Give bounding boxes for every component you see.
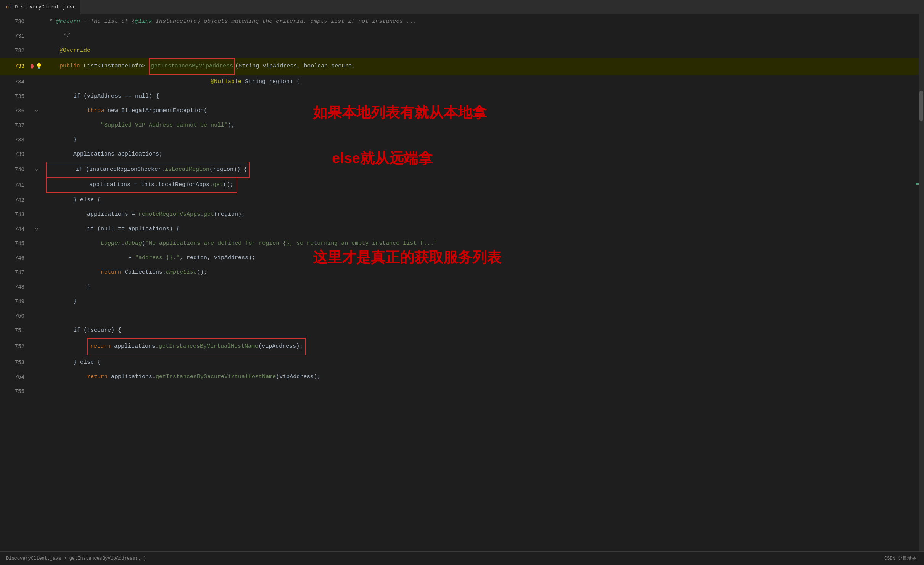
gutter-742 <box>31 193 43 207</box>
line-number-754: 754 <box>0 370 31 384</box>
gutter-753 <box>31 355 43 370</box>
line-number-731: 731 <box>0 29 31 43</box>
scrollbar-thumb[interactable] <box>919 91 923 121</box>
line-content-751: if (!secure) { <box>43 323 924 338</box>
gutter-747 <box>31 265 43 280</box>
code-line-747: 747 return Collections.emptyList(); <box>0 265 924 280</box>
line-content-749: } <box>43 294 924 309</box>
gutter-751 <box>31 323 43 338</box>
line-number-735: 735 <box>0 89 31 104</box>
code-line-730: 730 * @return - The list of {@link Insta… <box>0 14 924 29</box>
line-content-747: return Collections.emptyList(); <box>43 265 924 280</box>
editor-container: c: DiscoveryClient.java 730 * @return - … <box>0 0 924 565</box>
line-content-741: applications = this.localRegionApps.get(… <box>43 178 924 193</box>
line-number-732: 732 <box>0 43 31 58</box>
code-line-746: 746 + "address {}.", region, vipAddress)… <box>0 251 924 265</box>
line-content-734: @Nullable String region) { <box>43 75 924 89</box>
code-line-748: 748 } <box>0 280 924 294</box>
bottom-bar: DiscoveryClient.java > getInstancesByVip… <box>0 551 924 565</box>
fold-icon-744[interactable]: ▽ <box>35 226 38 232</box>
comment-close: */ <box>46 29 70 43</box>
line-content-754: return applications.getInstancesBySecure… <box>43 370 924 384</box>
line-number-733: 733 <box>0 58 31 75</box>
code-line-749: 749 } <box>0 294 924 309</box>
line-number-739: 739 <box>0 147 31 162</box>
line-content-737: "Supplied VIP Address cannot be null"); <box>43 118 924 133</box>
code-line-731: 731 */ <box>0 29 924 43</box>
line-content-733: public List<InstanceInfo> getInstancesBy… <box>43 58 924 75</box>
line-number-738: 738 <box>0 133 31 147</box>
line-content-745: Logger.debug("No applications are define… <box>43 236 924 251</box>
gutter-744: ▽ <box>31 222 43 236</box>
code-line-745: 745 Logger.debug("No applications are de… <box>0 236 924 251</box>
line-content-753: } else { <box>43 355 924 370</box>
gutter-746 <box>31 251 43 265</box>
gutter-736: ▽ <box>31 104 43 118</box>
bottom-label: DiscoveryClient.java > getInstancesByVip… <box>6 556 146 561</box>
line-content-736: throw new IllegalArgumentException( <box>43 104 924 118</box>
lightbulb-icon[interactable]: 💡 <box>35 63 43 70</box>
if-block-box: if (instanceRegionChecker.isLocalRegion(… <box>46 162 250 178</box>
gutter-738 <box>31 133 43 147</box>
code-line-744: 744 ▽ if (null == applications) { <box>0 222 924 236</box>
code-line-741: 741 applications = this.localRegionApps.… <box>0 178 924 193</box>
line-number-743: 743 <box>0 207 31 222</box>
line-number-752: 752 <box>0 338 31 355</box>
line-number-734: 734 <box>0 75 31 89</box>
line-content-732: @Override <box>43 43 924 58</box>
code-line-736: 736 ▽ throw new IllegalArgumentException… <box>0 104 924 118</box>
override-annotation: @Override <box>46 43 90 58</box>
code-line-735: 735 if (vipAddress == null) { <box>0 89 924 104</box>
line-number-749: 749 <box>0 294 31 309</box>
line-content-744: if (null == applications) { <box>43 222 924 236</box>
code-line-734: 734 @Nullable String region) { <box>0 75 924 89</box>
gutter-733: 💡 <box>31 58 43 75</box>
line-number-740: 740 <box>0 162 31 178</box>
gutter-735 <box>31 89 43 104</box>
line-number-741: 741 <box>0 178 31 193</box>
gutter-754 <box>31 370 43 384</box>
line-content-739: Applications applications; <box>43 147 924 162</box>
file-tab[interactable]: c: DiscoveryClient.java <box>0 0 80 14</box>
line-content-743: applications = remoteRegionVsApps.get(re… <box>43 207 924 222</box>
line-content-730: * @return - The list of {@link InstanceI… <box>43 14 924 29</box>
gutter-755 <box>31 384 43 399</box>
gutter-741 <box>31 178 43 193</box>
code-line-753: 753 } else { <box>0 355 924 370</box>
line-number-751: 751 <box>0 323 31 338</box>
method-name-box: getInstancesByVipAddress <box>149 58 235 75</box>
code-line-732: 732 @Override <box>0 43 924 58</box>
fold-icon-740[interactable]: ▽ <box>35 167 38 173</box>
line-number-748: 748 <box>0 280 31 294</box>
gutter-749 <box>31 294 43 309</box>
java-file-icon: c: <box>6 5 11 10</box>
local-region-apps-box: applications = this.localRegionApps.get(… <box>46 178 237 193</box>
code-line-738: 738 } <box>0 133 924 147</box>
gutter-734 <box>31 75 43 89</box>
line-content-742: } else { <box>43 193 924 207</box>
gutter-750 <box>31 309 43 323</box>
gutter-740: ▽ <box>31 162 43 178</box>
fold-icon-736[interactable]: ▽ <box>35 108 38 114</box>
scrollbar[interactable] <box>919 14 924 565</box>
line-content-752: return applications.getInstancesByVirtua… <box>43 338 924 355</box>
line-content-735: if (vipAddress == null) { <box>43 89 924 104</box>
line-number-744: 744 <box>0 222 31 236</box>
minimap-indicator <box>916 183 919 185</box>
line-number-753: 753 <box>0 355 31 370</box>
code-line-742: 742 } else { <box>0 193 924 207</box>
gutter-745 <box>31 236 43 251</box>
line-number-742: 742 <box>0 193 31 207</box>
tab-label: DiscoveryClient.java <box>14 4 74 10</box>
breakpoint-indicator <box>31 64 34 69</box>
code-line-737: 737 "Supplied VIP Address cannot be null… <box>0 118 924 133</box>
code-line-752: 752 return applications.getInstancesByVi… <box>0 338 924 355</box>
line-number-746: 746 <box>0 251 31 265</box>
comment-text: * @return - The list of {@link InstanceI… <box>46 14 417 29</box>
gutter-743 <box>31 207 43 222</box>
gutter-752 <box>31 338 43 355</box>
code-line-754: 754 return applications.getInstancesBySe… <box>0 370 924 384</box>
gutter-739 <box>31 147 43 162</box>
code-line-750: 750 <box>0 309 924 323</box>
tab-bar: c: DiscoveryClient.java <box>0 0 924 14</box>
